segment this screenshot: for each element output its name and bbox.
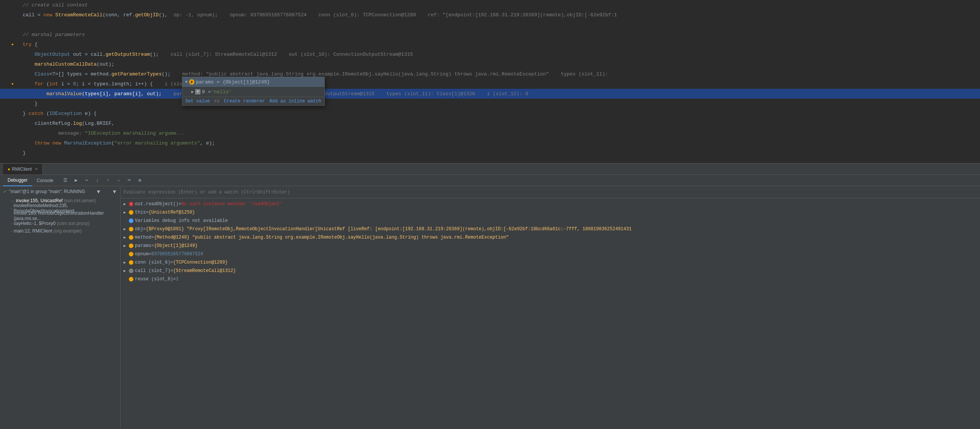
var-value: {Object[1]@1249}: [154, 243, 197, 249]
expand-icon: ▶: [124, 202, 127, 206]
thread-stack-panel: ✓ "main"@1 in group "main": RUNNING ▼ ▼ …: [0, 186, 121, 429]
file-tab-label: RMIClient: [12, 166, 32, 172]
settings-button[interactable]: ⚙: [135, 176, 145, 185]
thread-label: "main"@1 in group "main": RUNNING: [9, 189, 85, 194]
expand-icon: ▼: [185, 80, 188, 84]
code-line: }: [0, 99, 980, 108]
var-row-call[interactable]: ▶ call (slot_7) = {StreamRemoteCall@1312…: [121, 267, 980, 275]
var-value: {TCPConnection@1289}: [173, 260, 228, 265]
bottom-panel: ● RMIClient ✕ Debugger Console ☰ ▶ ↷ ↓ ↑…: [0, 163, 980, 429]
create-renderer-button[interactable]: Create renderer: [224, 99, 265, 104]
stack-frame-4[interactable]: · main:12, RMIClient (org.example): [0, 227, 120, 235]
arr-type-icon: ≡: [195, 89, 200, 94]
variables-panel: ▶ ! out.readObject() = No such instance …: [121, 198, 980, 429]
var-type-icon: [129, 277, 134, 281]
var-type-icon: [129, 235, 134, 240]
file-tab-bar: ● RMIClient ✕: [0, 163, 980, 175]
variable-tooltip: ▼ p params = {Object[1]@1249} ▶ ≡ 0 = 'h…: [182, 77, 325, 106]
var-value: {UnicastRef@1250}: [148, 210, 195, 215]
expand-icon: ▶: [124, 268, 127, 273]
resume-button[interactable]: ▶: [72, 176, 81, 185]
expand-icon: ▶: [124, 210, 127, 215]
var-type-icon: [129, 268, 134, 273]
breakpoint-icon: ●: [11, 82, 14, 86]
code-line: } catch (IOException e) {: [0, 108, 980, 118]
tooltip-params-row[interactable]: ▼ p params = {Object[1]@1249}: [182, 77, 325, 87]
add-inline-watch-button[interactable]: Add as inline watch: [269, 99, 321, 104]
variables-area: ▶ ! out.readObject() = No such instance …: [121, 186, 980, 429]
frame-icon-2: ·: [11, 213, 12, 219]
tooltip-params-label: params = {Object[1]@1249}: [196, 79, 270, 85]
code-line-highlighted: marshalValue(types[i], params[i], out); …: [0, 89, 980, 99]
code-line: ● for (int i = 0; i < types.length; i++)…: [0, 79, 980, 89]
expand-icon[interactable]: ▼: [112, 188, 117, 195]
var-type-icon: !: [129, 202, 134, 206]
var-type-icon: [129, 244, 134, 248]
tab-console[interactable]: Console: [32, 175, 58, 186]
tooltip-actions: Set value F2 Create renderer Add as inli…: [182, 97, 325, 105]
list-icon[interactable]: ☰: [61, 176, 70, 185]
file-tab-close[interactable]: ✕: [35, 167, 38, 171]
stack-frame-label-0: invoke:155, UnicastRef (sun.rmi.server): [16, 198, 96, 203]
stack-frame-label-3: sayHello:-1, $Proxy0 (com.sun.proxy): [14, 221, 89, 226]
var-type-icon: [129, 260, 134, 265]
frame-icon-4: ·: [11, 228, 12, 234]
var-row-opnum[interactable]: opnum = 8370655165776887524: [121, 250, 980, 258]
breakpoint-icon: ●: [11, 43, 14, 47]
var-value: No such instance method: 'readObject': [181, 201, 282, 207]
var-row-out-readobject[interactable]: ▶ ! out.readObject() = No such instance …: [121, 200, 980, 208]
tooltip-child-label: 0 =: [202, 89, 211, 95]
code-line: }: [0, 148, 980, 158]
var-type-icon: [129, 227, 134, 231]
var-value: {$Proxy0@1091} "Proxy[IRemoteObj,RemoteO…: [146, 226, 632, 232]
step-out-button[interactable]: ↑: [103, 176, 113, 185]
run-to-cursor-button[interactable]: →: [114, 176, 123, 185]
code-line: // create call context: [0, 0, 980, 10]
step-into-button[interactable]: ↓: [93, 176, 102, 185]
code-line: [0, 20, 980, 30]
code-line: [0, 158, 980, 163]
var-type-icon: [129, 210, 134, 215]
code-line: call = new StreamRemoteCall(conn, ref.ge…: [0, 10, 980, 20]
frame-icon-3: ·: [11, 220, 12, 226]
expand-icon: ▶: [124, 235, 127, 240]
var-row-obj[interactable]: ▶ obj = {$Proxy0@1091} "Proxy[IRemoteObj…: [121, 225, 980, 233]
expand-icon: ▶: [124, 244, 127, 248]
code-line: // marshal parameters: [0, 30, 980, 40]
set-value-button[interactable]: Set value: [185, 99, 210, 104]
var-row-debug-info: Variables debug info not available: [121, 217, 980, 225]
code-line: ObjectOutput out = call.getOutputStream(…: [0, 49, 980, 59]
frame-icon-1: ·: [11, 205, 12, 211]
var-type-icon: [129, 252, 134, 257]
stack-frame-label-4: main:12, RMIClient (org.example): [14, 228, 81, 234]
thread-header: ✓ "main"@1 in group "main": RUNNING ▼ ▼: [0, 186, 120, 197]
var-row-conn[interactable]: ▶ conn (slot_6) = {TCPConnection@1289}: [121, 258, 980, 267]
code-line: throw new MarshalException("error marsha…: [0, 138, 980, 148]
debug-tab-bar: Debugger Console ☰ ▶ ↷ ↓ ↑ → ⌨ ⚙: [0, 175, 980, 186]
var-row-reuse[interactable]: reuse (slot_8) = 1: [121, 275, 980, 283]
filter-icon[interactable]: ▼: [96, 188, 101, 195]
stack-frame-label-2: invoke:180, RemoteObjectInvocationHandle…: [14, 211, 117, 221]
code-line: ● try {: [0, 40, 980, 49]
var-row-params[interactable]: ▶ params = {Object[1]@1249}: [121, 242, 980, 250]
stack-frame-2[interactable]: · invoke:180, RemoteObjectInvocationHand…: [0, 212, 120, 220]
code-line: message: "IOException marshalling argume…: [0, 128, 980, 138]
eval-input[interactable]: [124, 190, 977, 195]
eval-bar: [121, 186, 980, 198]
var-value: {Method@1248} "public abstract java.lang…: [154, 235, 509, 240]
code-line: marshalCustomCallData(out);: [0, 59, 980, 69]
code-editor: // create call context call = new Stream…: [0, 0, 980, 163]
tab-debugger[interactable]: Debugger: [3, 175, 32, 186]
code-line: clientRefLog.log(Log.BRIEF,: [0, 118, 980, 128]
evaluate-button[interactable]: ⌨: [125, 176, 134, 185]
var-row-method[interactable]: ▶ method = {Method@1248} "public abstrac…: [121, 233, 980, 242]
file-tab-rmiclient[interactable]: ● RMIClient ✕: [3, 164, 43, 174]
code-line: Class<?>[] types = method.getParameterTy…: [0, 69, 980, 79]
expand-icon: ▶: [191, 89, 194, 94]
tab-debugger-label: Debugger: [8, 177, 28, 183]
obj-type-icon: p: [189, 79, 194, 85]
expand-icon: ▶: [124, 227, 127, 231]
var-row-this[interactable]: ▶ this = {UnicastRef@1250}: [121, 208, 980, 217]
tooltip-child-row[interactable]: ▶ ≡ 0 = 'hello': [182, 87, 325, 97]
step-over-button[interactable]: ↷: [82, 176, 91, 185]
